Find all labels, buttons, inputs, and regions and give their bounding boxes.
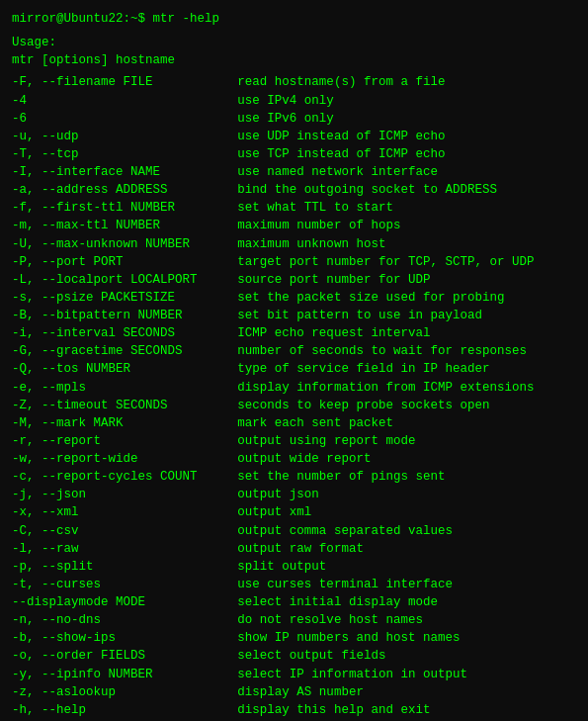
- option-flag: -U, --max-unknown NUMBER: [12, 235, 237, 253]
- option-row: -L, --localport LOCALPORTsource port num…: [12, 271, 576, 289]
- option-flag: -P, --port PORT: [12, 253, 237, 271]
- option-description: use TCP instead of ICMP echo: [237, 145, 576, 163]
- option-row: -f, --first-ttl NUMBERset what TTL to st…: [12, 199, 576, 217]
- option-description: source port number for UDP: [237, 271, 576, 289]
- option-description: read hostname(s) from a file: [237, 73, 576, 91]
- terminal-window: mirror@Ubuntu22:~$ mtr -help Usage: mtr …: [12, 10, 576, 721]
- option-description: target port number for TCP, SCTP, or UDP: [237, 253, 576, 271]
- prompt-text: mirror@Ubuntu22:~$ mtr -help: [12, 12, 219, 26]
- option-flag: -a, --address ADDRESS: [12, 181, 237, 199]
- usage-section: Usage: mtr [options] hostname: [12, 34, 576, 69]
- option-flag: -w, --report-wide: [12, 450, 237, 468]
- option-row: -l, --rawoutput raw format: [12, 540, 576, 558]
- option-description: use IPv6 only: [237, 110, 576, 128]
- option-flag: -y, --ipinfo NUMBER: [12, 666, 237, 683]
- option-row: -j, --jsonoutput json: [12, 486, 576, 503]
- option-row: -y, --ipinfo NUMBERselect IP information…: [12, 666, 576, 683]
- command-prompt: mirror@Ubuntu22:~$ mtr -help: [12, 10, 576, 28]
- option-description: output json: [237, 486, 576, 503]
- option-row: -x, --xmloutput xml: [12, 503, 576, 521]
- option-flag: -r, --report: [12, 432, 237, 450]
- option-flag: -n, --no-dns: [12, 611, 237, 629]
- option-row: -p, --splitsplit output: [12, 558, 576, 576]
- option-row: -P, --port PORTtarget port number for TC…: [12, 253, 576, 271]
- option-flag: -f, --first-ttl NUMBER: [12, 199, 237, 217]
- option-description: number of seconds to wait for responses: [237, 342, 576, 360]
- option-flag: -M, --mark MARK: [12, 414, 237, 432]
- option-description: type of service field in IP header: [237, 360, 576, 378]
- option-description: output comma separated values: [237, 522, 576, 540]
- option-flag: -4: [12, 92, 237, 110]
- option-flag: -m, --max-ttl NUMBER: [12, 217, 237, 234]
- option-row: -w, --report-wideoutput wide report: [12, 450, 576, 468]
- option-row: -F, --filename FILEread hostname(s) from…: [12, 73, 576, 91]
- options-table: -F, --filename FILEread hostname(s) from…: [12, 73, 576, 721]
- option-description: maximum unknown host: [237, 235, 576, 253]
- option-flag: -Q, --tos NUMBER: [12, 360, 237, 378]
- option-flag: -F, --filename FILE: [12, 73, 237, 91]
- option-flag: -C, --csv: [12, 522, 237, 540]
- option-description: set the number of pings sent: [237, 468, 576, 486]
- option-row: -n, --no-dnsdo not resolve host names: [12, 611, 576, 629]
- option-flag: -e, --mpls: [12, 379, 237, 397]
- option-description: do not resolve host names: [237, 611, 576, 629]
- option-row: -Q, --tos NUMBERtype of service field in…: [12, 360, 576, 378]
- usage-label: Usage:: [12, 34, 576, 51]
- option-description: select output fields: [237, 647, 576, 665]
- option-row: -4use IPv4 only: [12, 92, 576, 110]
- option-row: -t, --cursesuse curses terminal interfac…: [12, 576, 576, 593]
- option-row: -a, --address ADDRESSbind the outgoing s…: [12, 181, 576, 199]
- option-row: -b, --show-ipsshow IP numbers and host n…: [12, 629, 576, 647]
- option-flag: -G, --gracetime SECONDS: [12, 342, 237, 360]
- option-flag: -c, --report-cycles COUNT: [12, 468, 237, 486]
- option-flag: -l, --raw: [12, 540, 237, 558]
- option-description: maximum number of hops: [237, 217, 576, 234]
- option-flag: -h, --help: [12, 701, 237, 719]
- option-flag: -6: [12, 110, 237, 128]
- option-description: use curses terminal interface: [237, 576, 576, 593]
- option-flag: -i, --interval SECONDS: [12, 324, 237, 342]
- option-row: -z, --aslookupdisplay AS number: [12, 683, 576, 701]
- option-flag: -x, --xml: [12, 503, 237, 521]
- option-flag: -T, --tcp: [12, 145, 237, 163]
- option-row: -c, --report-cycles COUNTset the number …: [12, 468, 576, 486]
- option-row: -i, --interval SECONDSICMP echo request …: [12, 324, 576, 342]
- option-description: select IP information in output: [237, 666, 576, 683]
- option-row: -M, --mark MARKmark each sent packet: [12, 414, 576, 432]
- option-description: select initial display mode: [237, 593, 576, 611]
- option-flag: -j, --json: [12, 486, 237, 503]
- option-flag: -z, --aslookup: [12, 683, 237, 701]
- option-row: -o, --order FIELDSselect output fields: [12, 647, 576, 665]
- option-flag: -o, --order FIELDS: [12, 647, 237, 665]
- option-flag: -L, --localport LOCALPORT: [12, 271, 237, 289]
- option-row: -B, --bitpattern NUMBERset bit pattern t…: [12, 307, 576, 324]
- option-description: set the packet size used for probing: [237, 289, 576, 307]
- option-row: -e, --mplsdisplay information from ICMP …: [12, 379, 576, 397]
- option-flag: -s, --psize PACKETSIZE: [12, 289, 237, 307]
- option-description: display information from ICMP extensions: [237, 379, 576, 397]
- option-flag: -B, --bitpattern NUMBER: [12, 307, 237, 324]
- option-row: -6use IPv6 only: [12, 110, 576, 128]
- option-flag: -t, --curses: [12, 576, 237, 593]
- option-flag: -b, --show-ips: [12, 629, 237, 647]
- usage-cmd: mtr [options] hostname: [12, 51, 576, 69]
- options-section: -F, --filename FILEread hostname(s) from…: [12, 73, 576, 721]
- option-row: -T, --tcpuse TCP instead of ICMP echo: [12, 145, 576, 163]
- option-row: -h, --helpdisplay this help and exit: [12, 701, 576, 719]
- option-description: output using report mode: [237, 432, 576, 450]
- option-description: output wide report: [237, 450, 576, 468]
- option-description: display this help and exit: [237, 701, 576, 719]
- option-row: -I, --interface NAMEuse named network in…: [12, 163, 576, 181]
- option-flag: -u, --udp: [12, 128, 237, 145]
- option-row: --displaymode MODEselect initial display…: [12, 593, 576, 611]
- option-row: -s, --psize PACKETSIZEset the packet siz…: [12, 289, 576, 307]
- option-description: use IPv4 only: [237, 92, 576, 110]
- option-flag: -Z, --timeout SECONDS: [12, 397, 237, 414]
- option-description: split output: [237, 558, 576, 576]
- option-description: show IP numbers and host names: [237, 629, 576, 647]
- option-description: ICMP echo request interval: [237, 324, 576, 342]
- option-row: -m, --max-ttl NUMBERmaximum number of ho…: [12, 217, 576, 234]
- option-description: use UDP instead of ICMP echo: [237, 128, 576, 145]
- option-row: -r, --reportoutput using report mode: [12, 432, 576, 450]
- option-row: -C, --csvoutput comma separated values: [12, 522, 576, 540]
